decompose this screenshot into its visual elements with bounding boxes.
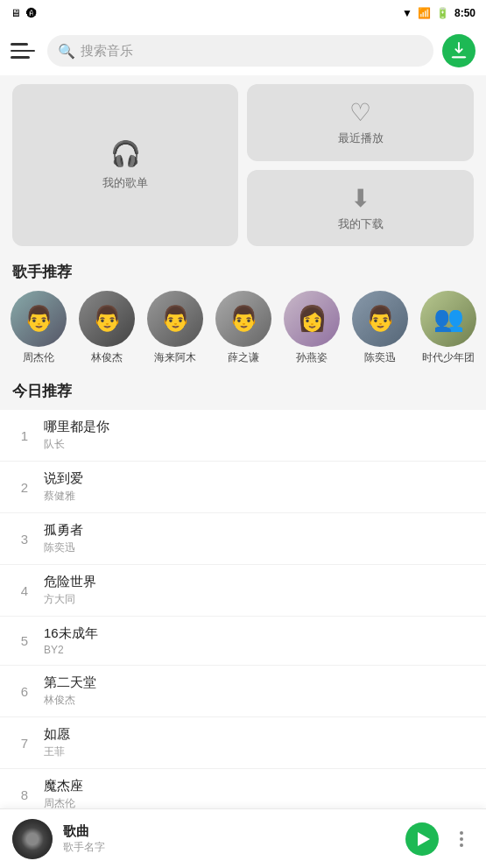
status-bar: 🖥 🅐 ▼ 📶 🔋 8:50 <box>0 0 486 26</box>
song-info-5: 16未成年 BY2 <box>44 625 474 656</box>
song-info-7: 如愿 王菲 <box>44 726 474 759</box>
alert-icon: 🅐 <box>26 7 37 19</box>
cards-right: ♡ 最近播放 ⬇ 我的下载 <box>247 84 474 246</box>
search-bar[interactable]: 🔍 搜索音乐 <box>47 35 433 67</box>
song-artist-6: 林俊杰 <box>44 693 474 708</box>
artist-avatar-6: 👨 <box>352 291 408 347</box>
search-icon: 🔍 <box>58 43 75 60</box>
artist-avatar-3: 👨 <box>147 291 203 347</box>
table-row[interactable]: 6 第二天堂 林俊杰 <box>0 666 486 717</box>
more-dot-2 <box>460 837 463 841</box>
play-icon <box>418 832 430 846</box>
song-info-6: 第二天堂 林俊杰 <box>44 674 474 708</box>
table-row[interactable]: 1 哪里都是你 队长 <box>0 410 486 462</box>
artist-avatar-2: 👨 <box>79 291 135 347</box>
song-title-2: 说到爱 <box>44 470 474 487</box>
now-playing-bar[interactable]: 歌曲 歌手名字 <box>0 808 486 868</box>
artist-item[interactable]: 👨 陈奕迅 <box>350 291 410 365</box>
time-display: 8:50 <box>454 7 475 19</box>
song-info-3: 孤勇者 陈奕迅 <box>44 522 474 555</box>
download-card-icon: ⬇ <box>350 184 370 213</box>
song-title-4: 危险世界 <box>44 574 474 590</box>
song-number-6: 6 <box>12 684 37 699</box>
menu-line-1 <box>11 43 28 46</box>
today-section-title: 今日推荐 <box>0 374 486 406</box>
song-info-8: 魔杰座 周杰伦 <box>44 778 474 811</box>
song-info-1: 哪里都是你 队长 <box>44 419 474 452</box>
artist-item[interactable]: 👨 周杰伦 <box>9 291 68 365</box>
status-left: 🖥 🅐 <box>11 7 37 19</box>
my-playlist-label: 我的歌单 <box>102 175 148 191</box>
table-row[interactable]: 4 危险世界 方大同 <box>0 565 486 617</box>
song-artist-7: 王菲 <box>44 745 474 759</box>
cards-grid: 🎧 我的歌单 ♡ 最近播放 ⬇ 我的下载 <box>0 75 486 255</box>
artist-avatar-1: 👨 <box>11 291 67 347</box>
download-icon <box>449 41 468 60</box>
my-download-card[interactable]: ⬇ 我的下载 <box>247 170 474 247</box>
headphone-icon: 🎧 <box>110 139 141 168</box>
notification-icon: 🖥 <box>11 7 21 19</box>
more-dot-1 <box>460 831 463 835</box>
artist-avatar-5: 👩 <box>284 291 340 347</box>
song-artist-1: 队长 <box>44 437 474 452</box>
song-number-1: 1 <box>12 428 37 443</box>
song-number-4: 4 <box>12 583 37 598</box>
song-info-4: 危险世界 方大同 <box>44 574 474 607</box>
artist-item[interactable]: 👥 时代少年团 <box>419 291 478 365</box>
download-button[interactable] <box>442 34 475 67</box>
table-row[interactable]: 5 16未成年 BY2 <box>0 617 486 666</box>
heart-icon: ♡ <box>349 98 371 127</box>
album-art <box>12 819 53 859</box>
song-artist-3: 陈奕迅 <box>44 540 474 555</box>
menu-line-2 <box>11 50 35 53</box>
now-playing-info: 歌曲 歌手名字 <box>63 823 395 855</box>
artist-item[interactable]: 👨 薛之谦 <box>214 291 273 365</box>
wifi-icon: ▼ <box>402 7 412 19</box>
status-right: ▼ 📶 🔋 8:50 <box>402 7 475 19</box>
artist-name-3: 海来阿木 <box>154 350 196 365</box>
table-row[interactable]: 3 孤勇者 陈奕迅 <box>0 513 486 565</box>
more-options-button[interactable] <box>449 827 474 851</box>
song-number-2: 2 <box>12 480 37 495</box>
song-number-5: 5 <box>12 633 37 648</box>
artist-name-2: 林俊杰 <box>91 350 123 365</box>
artist-avatar-7: 👥 <box>420 291 476 347</box>
artist-item[interactable]: 👨 海来阿木 <box>145 291 205 365</box>
signal-icon: 📶 <box>418 7 431 19</box>
top-bar: 🔍 搜索音乐 <box>0 26 486 75</box>
song-number-3: 3 <box>12 532 37 547</box>
song-list: 1 哪里都是你 队长 2 说到爱 蔡健雅 3 孤勇者 陈奕迅 4 危险世界 方大… <box>0 406 486 861</box>
artist-name-7: 时代少年团 <box>422 350 475 365</box>
more-dot-3 <box>460 843 463 847</box>
artists-row: 👨 周杰伦 👨 林俊杰 👨 海来阿木 👨 薛之谦 👩 孙燕姿 👨 陈奕迅 � <box>0 287 486 374</box>
battery-icon: 🔋 <box>436 7 449 19</box>
recent-play-label: 最近播放 <box>338 131 384 146</box>
artist-name-6: 陈奕迅 <box>364 350 396 365</box>
song-title-3: 孤勇者 <box>44 522 474 539</box>
artist-name-5: 孙燕姿 <box>296 350 328 365</box>
recent-play-card[interactable]: ♡ 最近播放 <box>247 84 474 161</box>
artist-item[interactable]: 👨 林俊杰 <box>77 291 137 365</box>
table-row[interactable]: 7 如愿 王菲 <box>0 717 486 769</box>
menu-button[interactable] <box>11 37 39 65</box>
my-download-label: 我的下载 <box>338 216 384 232</box>
play-button[interactable] <box>405 822 439 856</box>
now-playing-title: 歌曲 <box>63 823 395 840</box>
song-artist-4: 方大同 <box>44 592 474 607</box>
song-info-2: 说到爱 蔡健雅 <box>44 470 474 504</box>
table-row[interactable]: 2 说到爱 蔡健雅 <box>0 462 486 513</box>
now-playing-artist: 歌手名字 <box>63 840 395 855</box>
song-title-8: 魔杰座 <box>44 778 474 794</box>
album-vinyl <box>12 819 53 859</box>
song-title-6: 第二天堂 <box>44 674 474 691</box>
artist-name-1: 周杰伦 <box>23 350 54 365</box>
artist-section-title: 歌手推荐 <box>0 255 486 287</box>
song-title-1: 哪里都是你 <box>44 419 474 435</box>
my-playlist-card[interactable]: 🎧 我的歌单 <box>12 84 238 246</box>
song-artist-5: BY2 <box>44 644 474 656</box>
song-artist-2: 蔡健雅 <box>44 489 474 504</box>
artist-avatar-4: 👨 <box>215 291 271 347</box>
artist-item[interactable]: 👩 孙燕姿 <box>282 291 342 365</box>
song-title-7: 如愿 <box>44 726 474 743</box>
song-number-8: 8 <box>12 787 37 802</box>
